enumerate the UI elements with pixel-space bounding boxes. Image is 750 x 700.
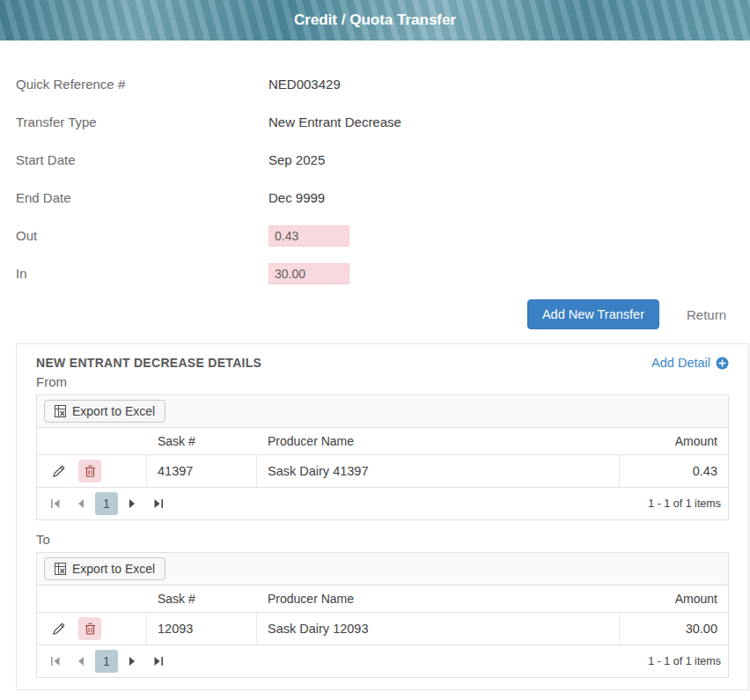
to-col-producer: Producer Name [257,586,620,612]
from-row-actions-cell [37,455,147,487]
to-col-actions [37,586,147,612]
delete-button[interactable] [78,460,101,483]
details-panel: NEW ENTRANT DECREASE DETAILS Add Detail … [16,343,749,690]
to-export-excel-button[interactable]: Export to Excel [44,557,165,580]
excel-file-icon [55,405,66,417]
to-row-actions-cell [37,613,147,645]
out-label: Out [16,228,268,243]
quick-reference-value: NED003429 [268,77,341,92]
from-col-producer: Producer Name [257,428,620,454]
pencil-icon [53,623,65,635]
last-page-button[interactable] [146,650,169,673]
to-col-amount: Amount [620,586,728,612]
prev-page-button[interactable] [70,650,92,673]
last-page-button[interactable] [146,492,169,515]
prev-page-button[interactable] [70,492,92,515]
actions-row: Add New Transfer Return [0,299,750,329]
from-col-amount: Amount [620,428,728,454]
to-grid: Export to Excel Sask # Producer Name Amo… [36,552,729,678]
next-page-button[interactable] [121,492,143,515]
from-grid-header: Sask # Producer Name Amount [37,428,728,455]
excel-file-icon [55,563,66,575]
form-row-in: In [16,254,750,292]
from-grid-toolbar: Export to Excel [37,395,728,428]
from-section-label: From [17,372,748,394]
transfer-type-label: Transfer Type [16,114,268,129]
details-title: NEW ENTRANT DECREASE DETAILS [36,356,261,370]
from-row-producer: Sask Dairy 41397 [257,455,620,487]
add-new-transfer-button[interactable]: Add New Transfer [527,299,659,329]
form-row-start-date: Start Date Sep 2025 [16,141,750,179]
add-detail-label: Add Detail [651,356,710,370]
to-table-row: 12093 Sask Dairy 12093 30.00 [37,613,728,645]
to-row-sask: 12093 [147,613,257,645]
transfer-type-value: New Entrant Decrease [268,114,401,129]
pager-info: 1 - 1 of 1 items [648,655,721,667]
next-page-button[interactable] [121,650,143,673]
trash-icon [85,623,96,635]
from-grid: Export to Excel Sask # Producer Name Amo… [36,394,729,520]
to-export-excel-label: Export to Excel [72,562,155,576]
from-export-excel-label: Export to Excel [72,404,155,418]
to-row-amount: 30.00 [620,613,728,645]
out-field[interactable] [268,225,349,247]
page-number-button[interactable]: 1 [95,650,118,673]
from-row-sask: 41397 [147,455,257,487]
form-row-quick-reference: Quick Reference # NED003429 [16,65,750,103]
quick-reference-label: Quick Reference # [16,77,268,92]
to-row-producer: Sask Dairy 12093 [257,613,620,645]
from-row-amount: 0.43 [620,455,728,487]
in-field[interactable] [268,263,349,284]
pager-info: 1 - 1 of 1 items [648,497,721,510]
pencil-icon [53,465,65,477]
first-page-button[interactable] [44,650,67,673]
page-header: Credit / Quota Transfer [0,0,750,41]
panel-title-row: NEW ENTRANT DECREASE DETAILS Add Detail [17,344,748,372]
plus-circle-icon [716,357,729,370]
to-grid-toolbar: Export to Excel [37,553,728,586]
to-grid-header: Sask # Producer Name Amount [37,586,728,613]
end-date-value: Dec 9999 [268,190,325,205]
add-detail-link[interactable]: Add Detail [651,356,729,370]
to-grid-pager: 1 1 - 1 of 1 items [37,645,728,677]
from-export-excel-button[interactable]: Export to Excel [44,400,165,423]
form-row-transfer-type: Transfer Type New Entrant Decrease [16,103,750,141]
transfer-form: Quick Reference # NED003429 Transfer Typ… [0,41,750,292]
page-number-button[interactable]: 1 [95,492,118,515]
form-row-out: Out [16,217,750,254]
start-date-label: Start Date [16,152,268,167]
from-col-actions [37,428,147,454]
in-label: In [16,266,268,281]
return-link[interactable]: Return [687,307,726,322]
to-col-sask: Sask # [147,586,257,612]
to-section-label: To [17,529,748,552]
end-date-label: End Date [16,190,268,205]
from-col-sask: Sask # [147,428,257,454]
edit-button[interactable] [48,617,70,640]
from-grid-pager: 1 1 - 1 of 1 items [37,488,728,519]
edit-button[interactable] [48,460,70,483]
page-title: Credit / Quota Transfer [294,11,456,29]
from-table-row: 41397 Sask Dairy 41397 0.43 [37,455,728,488]
form-row-end-date: End Date Dec 9999 [16,179,750,217]
trash-icon [85,465,96,477]
start-date-value: Sep 2025 [268,152,325,167]
first-page-button[interactable] [44,492,67,515]
delete-button[interactable] [78,617,101,640]
